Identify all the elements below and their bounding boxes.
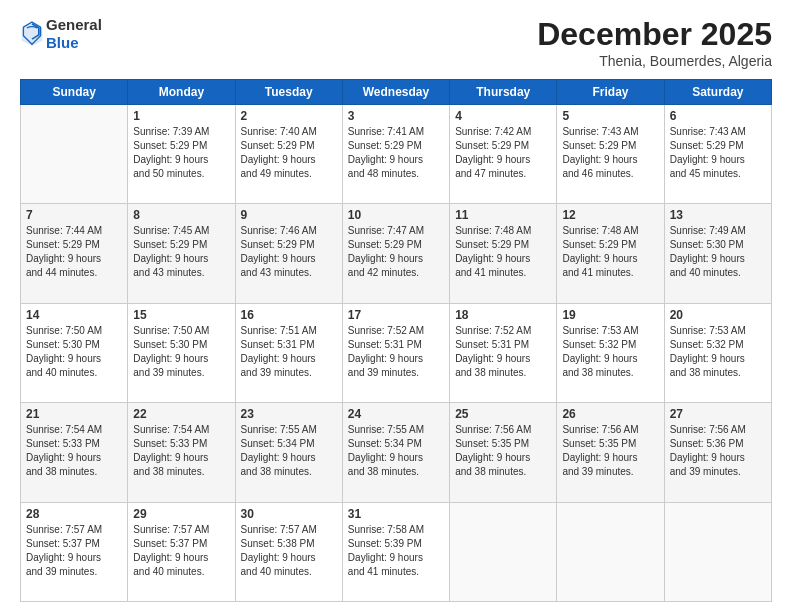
days-header-row: Sunday Monday Tuesday Wednesday Thursday… — [21, 80, 772, 105]
day-number: 2 — [241, 109, 337, 123]
table-cell: 8Sunrise: 7:45 AM Sunset: 5:29 PM Daylig… — [128, 204, 235, 303]
day-info: Sunrise: 7:41 AM Sunset: 5:29 PM Dayligh… — [348, 125, 444, 181]
table-cell: 16Sunrise: 7:51 AM Sunset: 5:31 PM Dayli… — [235, 303, 342, 402]
day-info: Sunrise: 7:54 AM Sunset: 5:33 PM Dayligh… — [26, 423, 122, 479]
day-info: Sunrise: 7:57 AM Sunset: 5:38 PM Dayligh… — [241, 523, 337, 579]
table-cell: 21Sunrise: 7:54 AM Sunset: 5:33 PM Dayli… — [21, 403, 128, 502]
title-block: December 2025 Thenia, Boumerdes, Algeria — [537, 16, 772, 69]
day-info: Sunrise: 7:51 AM Sunset: 5:31 PM Dayligh… — [241, 324, 337, 380]
table-cell: 7Sunrise: 7:44 AM Sunset: 5:29 PM Daylig… — [21, 204, 128, 303]
day-number: 25 — [455, 407, 551, 421]
day-info: Sunrise: 7:49 AM Sunset: 5:30 PM Dayligh… — [670, 224, 766, 280]
day-number: 3 — [348, 109, 444, 123]
day-number: 12 — [562, 208, 658, 222]
table-cell: 2Sunrise: 7:40 AM Sunset: 5:29 PM Daylig… — [235, 105, 342, 204]
table-cell: 13Sunrise: 7:49 AM Sunset: 5:30 PM Dayli… — [664, 204, 771, 303]
table-cell: 19Sunrise: 7:53 AM Sunset: 5:32 PM Dayli… — [557, 303, 664, 402]
day-number: 31 — [348, 507, 444, 521]
table-cell — [557, 502, 664, 601]
day-number: 27 — [670, 407, 766, 421]
table-cell: 30Sunrise: 7:57 AM Sunset: 5:38 PM Dayli… — [235, 502, 342, 601]
table-cell: 28Sunrise: 7:57 AM Sunset: 5:37 PM Dayli… — [21, 502, 128, 601]
table-cell — [664, 502, 771, 601]
table-cell — [450, 502, 557, 601]
logo-general: General — [46, 16, 102, 33]
day-info: Sunrise: 7:52 AM Sunset: 5:31 PM Dayligh… — [455, 324, 551, 380]
day-number: 13 — [670, 208, 766, 222]
day-info: Sunrise: 7:53 AM Sunset: 5:32 PM Dayligh… — [562, 324, 658, 380]
table-cell: 24Sunrise: 7:55 AM Sunset: 5:34 PM Dayli… — [342, 403, 449, 502]
month-title: December 2025 — [537, 16, 772, 53]
header-tuesday: Tuesday — [235, 80, 342, 105]
day-number: 4 — [455, 109, 551, 123]
day-info: Sunrise: 7:56 AM Sunset: 5:35 PM Dayligh… — [562, 423, 658, 479]
day-number: 6 — [670, 109, 766, 123]
day-info: Sunrise: 7:45 AM Sunset: 5:29 PM Dayligh… — [133, 224, 229, 280]
day-number: 5 — [562, 109, 658, 123]
page: General Blue December 2025 Thenia, Boume… — [0, 0, 792, 612]
table-cell: 22Sunrise: 7:54 AM Sunset: 5:33 PM Dayli… — [128, 403, 235, 502]
day-number: 24 — [348, 407, 444, 421]
day-info: Sunrise: 7:58 AM Sunset: 5:39 PM Dayligh… — [348, 523, 444, 579]
day-number: 20 — [670, 308, 766, 322]
day-number: 22 — [133, 407, 229, 421]
logo-icon — [20, 20, 44, 48]
day-info: Sunrise: 7:56 AM Sunset: 5:35 PM Dayligh… — [455, 423, 551, 479]
day-number: 1 — [133, 109, 229, 123]
day-info: Sunrise: 7:43 AM Sunset: 5:29 PM Dayligh… — [562, 125, 658, 181]
day-number: 23 — [241, 407, 337, 421]
day-info: Sunrise: 7:42 AM Sunset: 5:29 PM Dayligh… — [455, 125, 551, 181]
table-cell: 10Sunrise: 7:47 AM Sunset: 5:29 PM Dayli… — [342, 204, 449, 303]
week-row-3: 14Sunrise: 7:50 AM Sunset: 5:30 PM Dayli… — [21, 303, 772, 402]
day-info: Sunrise: 7:53 AM Sunset: 5:32 PM Dayligh… — [670, 324, 766, 380]
day-info: Sunrise: 7:52 AM Sunset: 5:31 PM Dayligh… — [348, 324, 444, 380]
logo: General Blue — [20, 16, 102, 52]
table-cell: 26Sunrise: 7:56 AM Sunset: 5:35 PM Dayli… — [557, 403, 664, 502]
day-number: 9 — [241, 208, 337, 222]
table-cell: 20Sunrise: 7:53 AM Sunset: 5:32 PM Dayli… — [664, 303, 771, 402]
day-number: 10 — [348, 208, 444, 222]
day-info: Sunrise: 7:50 AM Sunset: 5:30 PM Dayligh… — [26, 324, 122, 380]
day-number: 26 — [562, 407, 658, 421]
day-number: 11 — [455, 208, 551, 222]
week-row-1: 1Sunrise: 7:39 AM Sunset: 5:29 PM Daylig… — [21, 105, 772, 204]
table-cell: 18Sunrise: 7:52 AM Sunset: 5:31 PM Dayli… — [450, 303, 557, 402]
header-sunday: Sunday — [21, 80, 128, 105]
day-number: 14 — [26, 308, 122, 322]
table-cell: 29Sunrise: 7:57 AM Sunset: 5:37 PM Dayli… — [128, 502, 235, 601]
day-number: 16 — [241, 308, 337, 322]
day-info: Sunrise: 7:55 AM Sunset: 5:34 PM Dayligh… — [241, 423, 337, 479]
header-monday: Monday — [128, 80, 235, 105]
day-number: 28 — [26, 507, 122, 521]
day-number: 19 — [562, 308, 658, 322]
logo-text: General Blue — [46, 16, 102, 52]
table-cell: 31Sunrise: 7:58 AM Sunset: 5:39 PM Dayli… — [342, 502, 449, 601]
table-cell: 6Sunrise: 7:43 AM Sunset: 5:29 PM Daylig… — [664, 105, 771, 204]
table-cell: 5Sunrise: 7:43 AM Sunset: 5:29 PM Daylig… — [557, 105, 664, 204]
header-wednesday: Wednesday — [342, 80, 449, 105]
day-number: 21 — [26, 407, 122, 421]
day-number: 17 — [348, 308, 444, 322]
day-info: Sunrise: 7:54 AM Sunset: 5:33 PM Dayligh… — [133, 423, 229, 479]
table-cell: 14Sunrise: 7:50 AM Sunset: 5:30 PM Dayli… — [21, 303, 128, 402]
day-number: 30 — [241, 507, 337, 521]
day-number: 15 — [133, 308, 229, 322]
table-cell: 4Sunrise: 7:42 AM Sunset: 5:29 PM Daylig… — [450, 105, 557, 204]
calendar: Sunday Monday Tuesday Wednesday Thursday… — [20, 79, 772, 602]
day-info: Sunrise: 7:46 AM Sunset: 5:29 PM Dayligh… — [241, 224, 337, 280]
day-number: 7 — [26, 208, 122, 222]
day-info: Sunrise: 7:57 AM Sunset: 5:37 PM Dayligh… — [133, 523, 229, 579]
header-thursday: Thursday — [450, 80, 557, 105]
table-cell: 27Sunrise: 7:56 AM Sunset: 5:36 PM Dayli… — [664, 403, 771, 502]
day-info: Sunrise: 7:48 AM Sunset: 5:29 PM Dayligh… — [455, 224, 551, 280]
week-row-4: 21Sunrise: 7:54 AM Sunset: 5:33 PM Dayli… — [21, 403, 772, 502]
header-friday: Friday — [557, 80, 664, 105]
day-info: Sunrise: 7:56 AM Sunset: 5:36 PM Dayligh… — [670, 423, 766, 479]
week-row-2: 7Sunrise: 7:44 AM Sunset: 5:29 PM Daylig… — [21, 204, 772, 303]
day-info: Sunrise: 7:55 AM Sunset: 5:34 PM Dayligh… — [348, 423, 444, 479]
day-info: Sunrise: 7:47 AM Sunset: 5:29 PM Dayligh… — [348, 224, 444, 280]
table-cell: 25Sunrise: 7:56 AM Sunset: 5:35 PM Dayli… — [450, 403, 557, 502]
day-number: 18 — [455, 308, 551, 322]
day-number: 8 — [133, 208, 229, 222]
table-cell: 9Sunrise: 7:46 AM Sunset: 5:29 PM Daylig… — [235, 204, 342, 303]
